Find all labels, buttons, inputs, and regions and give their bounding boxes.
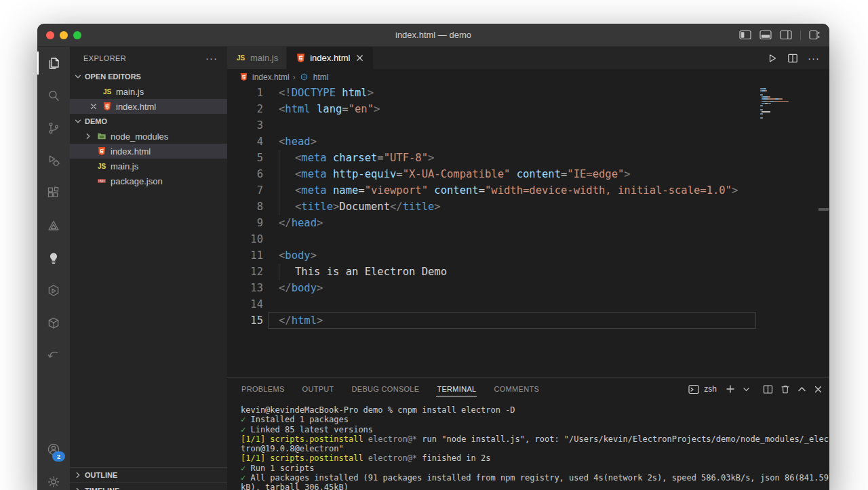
code-line-2[interactable]: 2<html lang="en"> [227,101,757,117]
maximize-panel-icon[interactable] [797,385,806,393]
tree-item-package.json[interactable]: package.json [70,173,227,188]
minimap-token [766,88,766,89]
code-line-14[interactable]: 14 [227,296,757,312]
split-editor-icon[interactable] [787,53,798,64]
code-token: meta [301,152,326,164]
code-line-13[interactable]: 13</body> [227,280,757,296]
code-line-12[interactable]: 12This is an Electron Demo [227,264,757,280]
zoom-window-button[interactable] [73,31,81,39]
panel-tab-comments[interactable]: COMMENTS [493,382,540,396]
line-content: </head> [279,215,323,231]
code-token: > [368,87,374,99]
terminal-text: kevin@kevindeMacBook-Pro demo % cnpm ins… [241,405,515,415]
scrollbar-handle[interactable] [818,208,829,211]
title-bar[interactable]: index.html — demo [37,24,829,47]
close-tab-button[interactable] [354,53,365,64]
code-line-3[interactable]: 3 [227,117,757,134]
close-panel-icon[interactable] [814,385,823,394]
code-token: body [285,249,310,262]
explorer-more-actions-icon[interactable]: ··· [205,52,218,64]
breadcrumb-file[interactable]: index.html [252,73,290,82]
tree-item-main.js[interactable]: JSmain.js [70,159,227,173]
close-editor-button[interactable] [89,101,98,112]
curved-arrow-extension-button[interactable] [37,340,70,372]
code-token: > [428,152,434,164]
timeline-section-header[interactable]: TIMELINE [70,483,227,490]
minimap[interactable] [757,85,829,377]
open-editor-item-main.js[interactable]: JSmain.js [70,84,227,99]
chevron-right-icon[interactable] [83,131,94,142]
explorer-view-button[interactable] [37,47,70,79]
tab-main.js[interactable]: JSmain.js [227,47,287,69]
kill-terminal-icon[interactable] [781,384,790,394]
accounts-button[interactable]: 2 [37,433,70,466]
minimap-token [762,111,770,113]
source-control-view-button[interactable] [37,112,70,144]
code-line-5[interactable]: 5<meta charset="UTF-8"> [227,150,757,166]
panel-tab-debug-console[interactable]: DEBUG CONSOLE [351,382,420,396]
code-editor[interactable]: 1<!DOCTYPE html>2<html lang="en">34<head… [227,85,829,377]
code-token: < [295,168,301,180]
line-number: 7 [227,182,263,199]
breadcrumb-symbol[interactable]: html [313,73,329,82]
minimap-line [760,109,823,110]
breadcrumb[interactable]: index.html › html [227,69,829,85]
line-number: 13 [227,280,263,296]
tree-item-node_modules[interactable]: node_modules [70,129,227,144]
code-line-10[interactable]: 10 [227,231,757,247]
editor-more-actions-icon[interactable]: ··· [808,52,820,64]
new-terminal-icon[interactable] [726,384,735,394]
panel-tab-problems[interactable]: PROBLEMS [241,382,285,396]
search-view-button[interactable] [37,79,70,112]
terminal-shell-label[interactable]: zsh [704,384,717,394]
code-line-8[interactable]: 8<title>Document</title> [227,199,757,215]
file-label: main.js [111,161,138,171]
panel-tab-terminal[interactable]: TERMINAL [436,382,477,396]
toggle-panel-icon[interactable] [760,30,772,40]
minimize-window-button[interactable] [60,31,68,39]
minimap-token [782,98,783,100]
folder-header[interactable]: DEMO [70,114,227,129]
chevron-right-icon [73,485,83,490]
code-line-4[interactable]: 4<head> [227,134,757,150]
outline-section-header[interactable]: OUTLINE [70,467,227,483]
open-editor-item-index.html[interactable]: index.html [70,99,227,114]
code-line-7[interactable]: 7<meta name="viewport" content="width=de… [227,182,757,199]
extensions-view-button[interactable] [37,177,70,209]
customize-layout-icon[interactable] [809,30,820,40]
run-debug-view-button[interactable] [37,144,70,177]
code-line-15[interactable]: 15</html> [227,312,757,329]
toggle-secondary-sidebar-icon[interactable] [780,30,792,40]
close-window-button[interactable] [46,31,54,39]
code-line-11[interactable]: 11<body> [227,247,757,264]
line-content: <meta name="viewport" content="width=dev… [279,182,738,199]
lightbulb-extension-button[interactable] [37,242,70,274]
code-line-1[interactable]: 1<!DOCTYPE html> [227,85,757,101]
cube-box-icon [45,315,62,331]
line-number: 15 [227,312,263,329]
settings-button[interactable] [37,466,70,490]
terminal-text: kB), tarball 306.45kB) [241,483,349,490]
close-icon[interactable] [354,53,365,64]
run-file-button[interactable] [767,53,778,64]
hexagon-play-extension-button[interactable] [37,274,70,307]
line-number: 3 [227,117,263,134]
code-line-9[interactable]: 9</head> [227,215,757,231]
activity-bar: 2 [37,47,70,490]
code-token: < [279,103,285,115]
code-line-6[interactable]: 6<meta http-equiv="X-UA-Compatible" cont… [227,166,757,182]
cube-extension-button[interactable] [37,307,70,340]
code-token: > [317,217,323,229]
close-icon[interactable] [88,101,99,112]
expand-chevron[interactable] [83,131,93,142]
tree-item-index.html[interactable]: index.html [70,144,227,159]
tab-index.html[interactable]: index.html [287,47,374,69]
split-terminal-icon[interactable] [763,384,773,394]
code-token: > [311,249,317,262]
panel-tab-output[interactable]: OUTPUT [302,382,335,396]
terminal-output[interactable]: kevin@kevindeMacBook-Pro demo % cnpm ins… [227,401,829,490]
triangle-prism-extension-button[interactable] [37,209,70,242]
toggle-primary-sidebar-icon[interactable] [739,30,751,40]
open-editors-header[interactable]: OPEN EDITORS [70,69,227,84]
terminal-dropdown-icon[interactable] [743,386,750,393]
